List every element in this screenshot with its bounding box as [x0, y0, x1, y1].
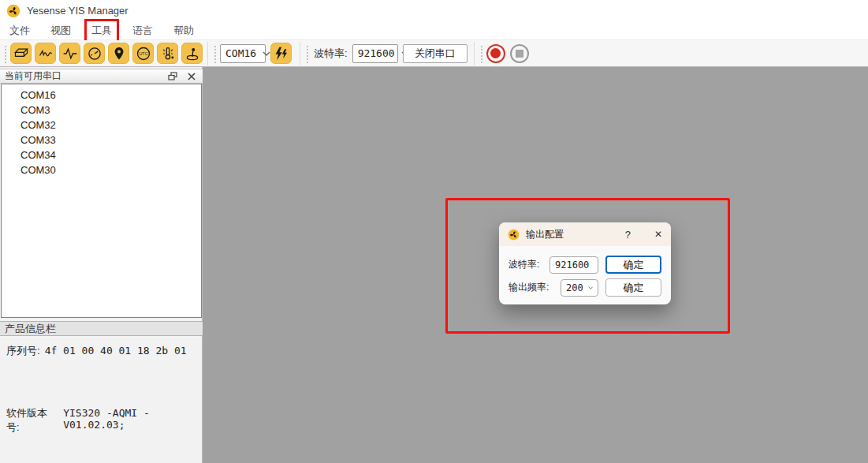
yesense-logo-icon — [6, 4, 20, 18]
toolbar-separator — [207, 42, 208, 65]
toolbar-separator — [474, 42, 475, 65]
dock-title: 当前可用串口 — [5, 69, 160, 83]
serial-number-row: 序列号: 4f 01 00 40 01 18 2b 01 — [6, 344, 187, 358]
attitude-tool-button[interactable] — [35, 43, 56, 64]
port-list-item[interactable]: COM33 — [2, 133, 201, 147]
dialog-output-rate-select[interactable]: 200 — [561, 279, 598, 297]
software-version-row: 软件版本号: YIS320 -AQMI -V01.02.03; — [6, 406, 202, 435]
port-list-item[interactable]: COM16 — [2, 88, 201, 103]
serial-port-dock-panel: 当前可用串口 COM16 COM3 COM32 COM33 COM34 COM3… — [0, 67, 203, 463]
stop-icon — [516, 50, 523, 58]
waveform-tool-button[interactable] — [59, 43, 80, 64]
dialog-title: 输出配置 — [526, 228, 625, 241]
dialog-baud-label: 波特率: — [509, 258, 539, 271]
stop-button[interactable] — [510, 44, 529, 63]
gauge-icon — [87, 46, 102, 62]
close-icon — [188, 73, 196, 80]
toolbar: UTC COM16 波特率: 921600 — [0, 40, 868, 67]
dialog-close-button[interactable]: ✕ — [654, 229, 662, 240]
joystick-tool-button[interactable] — [181, 43, 203, 64]
dialog-output-rate-value: 200 — [566, 282, 583, 293]
menu-item-help[interactable]: 帮助 — [169, 21, 199, 40]
pulse-wave-icon — [62, 46, 78, 62]
software-version-value: YIS320 -AQMI -V01.02.03; — [63, 407, 202, 431]
utc-clock-icon: UTC — [136, 46, 151, 62]
temperature-tool-button[interactable] — [157, 43, 178, 64]
dialog-help-button[interactable]: ? — [625, 229, 631, 241]
baud-rate-value: 921600 — [358, 47, 395, 59]
dialog-baud-confirm-button[interactable]: 确定 — [605, 256, 661, 274]
location-tool-button[interactable] — [108, 43, 129, 64]
output-config-dialog: 输出配置 ? ✕ 波特率: 921600 确定 输出频率: 200 确定 — [499, 222, 671, 304]
output-rate-config-row: 输出频率: 200 确定 — [509, 278, 661, 297]
dock-header: 当前可用串口 — [0, 69, 203, 84]
baud-rate-select[interactable]: 921600 — [352, 44, 398, 63]
window-title: Yesense YIS Manager — [27, 5, 129, 17]
dialog-output-rate-label: 输出频率: — [509, 281, 549, 294]
available-ports-list: COM16 COM3 COM32 COM33 COM34 COM30 — [1, 84, 202, 318]
baud-rate-label: 波特率: — [314, 47, 348, 61]
refresh-ports-button[interactable] — [270, 43, 292, 64]
port-list-item[interactable]: COM32 — [2, 118, 201, 133]
menu-item-language[interactable]: 语言 — [128, 21, 158, 40]
thermometer-icon — [160, 46, 176, 62]
port-list-item[interactable]: COM3 — [2, 103, 201, 118]
menu-item-tools[interactable]: 工具 — [87, 21, 117, 40]
com-port-value: COM16 — [225, 47, 256, 59]
location-pin-icon — [111, 46, 127, 62]
product-info-header: 产品信息栏 — [0, 321, 203, 336]
com-port-select[interactable]: COM16 — [220, 44, 266, 63]
utc-clock-tool-button[interactable]: UTC — [132, 43, 154, 64]
menu-bar: 文件 视图 工具 语言 帮助 — [0, 21, 868, 40]
float-icon — [168, 72, 177, 80]
menu-item-file[interactable]: 文件 — [5, 21, 35, 40]
svg-text:UTC: UTC — [139, 51, 147, 56]
toolbar-grip[interactable] — [4, 44, 7, 63]
toolbar-grip[interactable] — [480, 44, 483, 63]
record-button[interactable] — [486, 44, 505, 63]
software-version-label: 软件版本号: — [6, 406, 57, 435]
chevron-down-icon — [588, 285, 593, 291]
serial-number-value: 4f 01 00 40 01 18 2b 01 — [45, 345, 187, 357]
lightning-refresh-icon — [274, 46, 289, 62]
toolbar-separator — [300, 42, 300, 65]
serial-number-label: 序列号: — [6, 344, 40, 358]
close-panel-button[interactable] — [185, 71, 198, 82]
close-serial-port-button[interactable]: 关闭串口 — [403, 44, 468, 63]
window-titlebar: Yesense YIS Manager — [0, 0, 868, 21]
port-list-item[interactable]: COM30 — [2, 162, 201, 177]
attitude-wave-icon — [38, 46, 54, 62]
port-list-item[interactable]: COM34 — [2, 147, 201, 162]
dialog-baud-select[interactable]: 921600 — [549, 256, 598, 274]
toolbar-grip[interactable] — [214, 44, 217, 63]
joystick-icon — [184, 46, 200, 62]
cube-tool-button[interactable] — [10, 43, 32, 64]
dialog-titlebar: 输出配置 ? ✕ — [499, 222, 671, 246]
float-panel-button[interactable] — [166, 71, 179, 82]
gauge-tool-button[interactable] — [84, 43, 105, 64]
baud-rate-config-row: 波特率: 921600 确定 — [509, 256, 661, 274]
chevron-down-icon — [263, 50, 270, 57]
yesense-logo-icon — [508, 229, 520, 241]
dialog-baud-value: 921600 — [555, 260, 589, 271]
dialog-output-rate-confirm-button[interactable]: 确定 — [605, 278, 661, 297]
toolbar-grip[interactable] — [306, 44, 309, 63]
record-icon — [490, 48, 501, 58]
menu-item-view[interactable]: 视图 — [46, 21, 76, 40]
cube-icon — [13, 46, 29, 62]
